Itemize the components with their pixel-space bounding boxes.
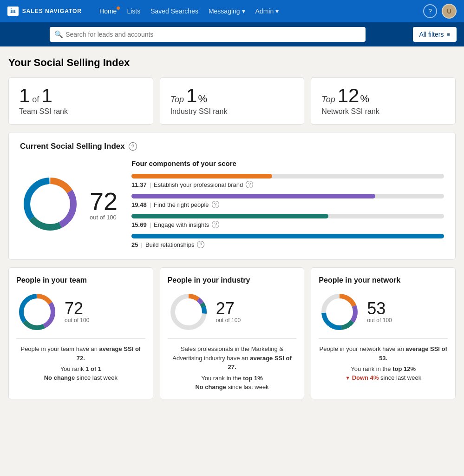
team-rank-of: of <box>32 95 39 105</box>
avatar[interactable]: U <box>442 4 457 19</box>
network-rank-label: Network SSI rank <box>321 107 445 116</box>
bar-item-0: 11.37 | Establish your professional bran… <box>131 174 444 188</box>
team-rank-numerator: 1 <box>19 86 30 106</box>
industry-out-of: out of 100 <box>216 317 241 324</box>
notification-dot <box>117 7 120 10</box>
ssi-help-icon[interactable]: ? <box>129 142 137 151</box>
page-title: Your Social Selling Index <box>8 57 456 69</box>
team-desc: People in your team have an average SSI … <box>16 344 145 363</box>
industry-donut-svg <box>168 291 209 333</box>
nav-link-home[interactable]: Home <box>95 6 121 17</box>
network-rank-text: You rank in the top 12% <box>319 365 448 372</box>
search-input[interactable] <box>50 27 366 42</box>
ssi-score-display: 72 out of 100 <box>90 189 118 221</box>
help-button[interactable]: ? <box>423 4 437 18</box>
bar-help-icon-3[interactable]: ? <box>197 241 204 248</box>
rank-cards-row: 1 of 1 Team SSI rank Top 1 % Industry SS… <box>8 77 456 125</box>
bar-score-3: 25 <box>131 241 138 248</box>
team-donut-svg <box>16 291 58 333</box>
filters-label: All filters <box>419 31 444 38</box>
team-rank-label: Team SSI rank <box>19 107 143 116</box>
nav-link-admin[interactable]: Admin ▾ <box>251 6 284 17</box>
bottom-card-team-title: People in your team <box>16 276 145 284</box>
team-change-text: No change since last week <box>16 374 145 381</box>
bars-section: Four components of your score 11.37 | Es… <box>131 159 444 250</box>
ssi-index-card: Current Social Selling Index ? <box>8 132 456 260</box>
network-rank-value: 12 <box>338 86 359 106</box>
search-bar: 🔍 All filters ≡ <box>0 22 464 46</box>
bar-label-0: Establish your professional brand <box>154 181 243 188</box>
bottom-card-network-title: People in your network <box>319 276 448 284</box>
bottom-card-industry: People in your industry 27 out of 100 Sa… <box>160 267 305 399</box>
team-out-of: out of 100 <box>65 317 89 324</box>
network-out-of: out of 100 <box>367 317 392 324</box>
network-score: 53 <box>367 300 392 317</box>
bar-fill-0 <box>131 174 272 178</box>
network-rank-pct: % <box>360 93 369 105</box>
nav-logo: in <box>7 7 19 16</box>
network-divider <box>319 338 448 339</box>
bottom-card-team: People in your team 72 out of 100 People… <box>8 267 153 399</box>
bar-label-2: Engage with insights <box>154 221 209 228</box>
bar-score-2: 15.69 <box>131 221 147 228</box>
industry-divider <box>168 338 297 339</box>
ssi-card-header: Current Social Selling Index ? <box>20 142 444 151</box>
bottom-card-network: People in your network 53 out of 100 Peo… <box>311 267 456 399</box>
industry-desc: Sales professionals in the Marketing & A… <box>168 344 297 372</box>
search-icon: 🔍 <box>54 30 63 39</box>
down-arrow-icon: ▼ <box>345 375 350 381</box>
team-divider <box>16 338 145 339</box>
bar-item-1: 19.48 | Find the right people ? <box>131 194 444 208</box>
industry-rank-label: Industry SSI rank <box>170 107 294 116</box>
donut-chart <box>20 174 80 236</box>
network-donut-svg <box>319 291 360 333</box>
industry-score: 27 <box>216 300 241 317</box>
industry-rank-value: 1 <box>186 86 197 106</box>
top-nav: in SALES NAVIGATOR Home Lists Saved Sear… <box>0 0 464 22</box>
bar-label-1: Find the right people <box>154 201 209 208</box>
industry-change-text: No change since last week <box>168 383 297 390</box>
network-top-label: Top <box>321 95 335 105</box>
ssi-score-out-of: out of 100 <box>90 214 118 221</box>
nav-right: ? U <box>423 4 457 19</box>
network-donut-row: 53 out of 100 <box>319 291 448 333</box>
donut-section: 72 out of 100 <box>20 174 118 236</box>
rank-card-team: 1 of 1 Team SSI rank <box>8 77 153 125</box>
bar-help-icon-1[interactable]: ? <box>212 201 219 208</box>
industry-rank-pct: % <box>198 93 207 105</box>
search-input-wrap: 🔍 <box>50 27 366 42</box>
bar-label-3: Build relationships <box>145 241 195 248</box>
bar-score-1: 19.48 <box>131 201 147 208</box>
bottom-card-industry-title: People in your industry <box>168 276 297 284</box>
all-filters-button[interactable]: All filters ≡ <box>413 27 457 42</box>
bar-score-0: 11.37 <box>131 181 147 188</box>
industry-rank-text: You rank in the top 1% <box>168 375 297 382</box>
team-rank-text: You rank 1 of 1 <box>16 365 145 372</box>
donut-svg <box>20 174 80 234</box>
network-change-text: ▼ Down 4% since last week <box>319 374 448 381</box>
nav-link-lists[interactable]: Lists <box>122 6 145 17</box>
team-rank-denominator: 1 <box>41 86 52 106</box>
industry-top-label: Top <box>170 95 184 105</box>
team-donut-row: 72 out of 100 <box>16 291 145 333</box>
bar-item-2: 15.69 | Engage with insights ? <box>131 214 444 228</box>
ssi-content: 72 out of 100 Four components of your sc… <box>20 159 444 250</box>
bar-help-icon-0[interactable]: ? <box>246 181 253 188</box>
main-content: Your Social Selling Index 1 of 1 Team SS… <box>0 46 464 465</box>
nav-link-saved-searches[interactable]: Saved Searches <box>146 6 203 17</box>
bar-fill-2 <box>131 214 328 218</box>
nav-links: Home Lists Saved Searches Messaging ▾ Ad… <box>95 6 423 17</box>
network-desc: People in your network have an average S… <box>319 344 448 363</box>
industry-donut-row: 27 out of 100 <box>168 291 297 333</box>
nav-link-messaging[interactable]: Messaging ▾ <box>204 6 250 17</box>
bottom-cards-row: People in your team 72 out of 100 People… <box>8 267 456 399</box>
rank-card-industry: Top 1 % Industry SSI rank <box>160 77 305 125</box>
bar-item-3: 25 | Build relationships ? <box>131 234 444 248</box>
ssi-card-title: Current Social Selling Index <box>20 142 125 151</box>
bar-fill-3 <box>131 234 444 238</box>
bar-help-icon-2[interactable]: ? <box>212 221 219 228</box>
bar-fill-1 <box>131 194 375 198</box>
bars-title: Four components of your score <box>131 159 444 167</box>
rank-card-network: Top 12 % Network SSI rank <box>311 77 456 125</box>
ssi-score-number: 72 <box>90 189 118 214</box>
